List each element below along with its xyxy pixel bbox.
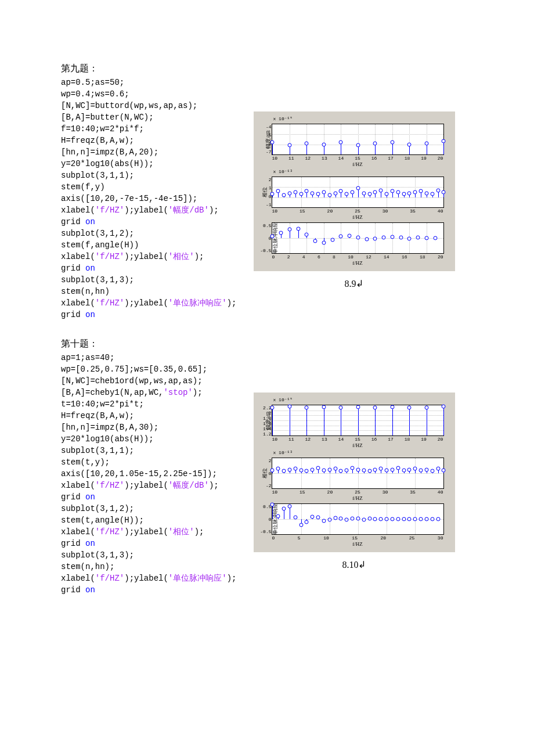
x-ticks: 02468101214161820	[272, 254, 443, 260]
code-line: subplot(3,1,1);	[61, 445, 236, 456]
code-line: grid on	[61, 262, 236, 274]
y-ticks: 2.221.81.61.41.2	[262, 405, 271, 435]
code-line: subplot(3,1,1);	[61, 170, 236, 181]
y-ticks: 0.50-0.5	[262, 504, 271, 534]
code-line: stem(f,y)	[61, 181, 236, 193]
x-ticks: 1011121314151617181920	[272, 156, 443, 161]
problem-10-figure: x 10⁻¹⁵幅度/dB2.221.81.61.41.2101112131415…	[254, 393, 454, 570]
code-line: grid on	[61, 491, 236, 503]
code-line: subplot(3,1,3);	[61, 274, 236, 286]
code-line: xlabel('f/HZ');ylabel('幅度/dB');	[61, 480, 236, 491]
code-line: grid on	[61, 309, 236, 321]
code-line: grid on	[61, 216, 236, 228]
x-axis-label: f/HZ	[272, 161, 443, 167]
problem-9-code: ap=0.5;as=50;wp=0.4;ws=0.6;[N,WC]=buttor…	[61, 77, 236, 321]
axis-exponent: x 10⁻¹⁵	[273, 397, 452, 402]
chart-axes: 单位脉冲响应0.50-0.5	[272, 222, 444, 254]
x-axis-label: f/HZ	[272, 214, 443, 220]
code-line: stem(t,angle(H));	[61, 514, 236, 526]
y-ticks: 0.50-0.5	[262, 223, 271, 253]
x-axis-label: f/HZ	[272, 442, 443, 448]
problem-10-code: ap=1;as=40;wp=[0.25,0.75];ws=[0.35,0.65]…	[61, 352, 236, 596]
code-line: ap=1;as=40;	[61, 352, 236, 363]
code-line: subplot(3,1,2);	[61, 228, 236, 239]
chart-axes: 幅度/dB2.221.81.61.41.2	[272, 405, 444, 436]
x-axis-label: f/HZ	[272, 495, 443, 501]
code-line: axis([10,20,1.05e-15,2.25e-15]);	[61, 468, 236, 480]
figure-caption-89: 8.9↲	[254, 278, 454, 289]
code-line: subplot(3,1,2);	[61, 503, 236, 514]
code-line: xlabel('f/HZ');ylabel('相位');	[61, 251, 236, 262]
code-line: H=freqz(B,A,w);	[61, 135, 236, 146]
problem-10-section: 第十题： ap=1;as=40;wp=[0.25,0.75];ws=[0.35,…	[61, 338, 476, 596]
code-line: stem(f,angle(H))	[61, 239, 236, 251]
y-ticks: 210-1	[262, 177, 271, 207]
code-line: stem(n,hn);	[61, 561, 236, 573]
code-line: [hn,n]=impz(B,A,20);	[61, 146, 236, 158]
figure-panel-89: x 10⁻¹⁵幅度/dB-4-5-6-710111213141516171819…	[254, 111, 455, 271]
figure-panel-810: x 10⁻¹⁵幅度/dB2.221.81.61.41.2101112131415…	[254, 393, 455, 552]
code-line: [B,A]=cheby1(N,ap,WC,'stop');	[61, 387, 236, 398]
figure-caption-810: 8.10↲	[254, 559, 454, 570]
chart-axes: 相位210-1	[272, 177, 444, 208]
code-line: [N,WC]=buttord(wp,ws,ap,as);	[61, 100, 236, 111]
code-line: axis([10,20,-7e-15,-4e-15]);	[61, 193, 236, 204]
code-line: stem(t,y);	[61, 456, 236, 468]
problem-9-heading: 第九题：	[61, 63, 476, 75]
code-line: stem(n,hn)	[61, 286, 236, 297]
code-line: subplot(3,1,3);	[61, 549, 236, 561]
y-ticks: -4-5-6-7	[262, 124, 271, 154]
code-line: H=freqz(B,A,w);	[61, 410, 236, 422]
axis-exponent: x 10⁻¹⁵	[273, 116, 452, 121]
code-line: grid on	[61, 584, 236, 596]
code-line: xlabel('f/HZ');ylabel('单位脉冲响应');	[61, 573, 236, 584]
y-ticks: 20-2	[262, 458, 271, 488]
code-line: ap=0.5;as=50;	[61, 77, 236, 88]
code-line: y=20*log10(abs(H));	[61, 433, 236, 445]
code-line: [N,WC]=cheb1ord(wp,ws,ap,as);	[61, 375, 236, 387]
code-line: wp=[0.25,0.75];ws=[0.35,0.65];	[61, 363, 236, 375]
problem-9-section: 第九题： ap=0.5;as=50;wp=0.4;ws=0.6;[N,WC]=b…	[61, 63, 476, 321]
problem-9-figure: x 10⁻¹⁵幅度/dB-4-5-6-710111213141516171819…	[254, 111, 454, 289]
code-line: y=20*log10(abs(H));	[61, 158, 236, 170]
code-line: xlabel('f/HZ');ylabel('幅度/dB');	[61, 204, 236, 216]
code-line: f=10:40;w=2*pi*f;	[61, 123, 236, 135]
x-ticks: 10152025303540	[272, 208, 443, 214]
code-line: grid on	[61, 538, 236, 549]
code-line: [hn,n]=impz(B,A,30);	[61, 422, 236, 433]
axis-exponent: x 10⁻¹³	[273, 450, 452, 455]
code-line: wp=0.4;ws=0.6;	[61, 88, 236, 100]
axis-exponent: x 10⁻¹³	[273, 169, 452, 174]
x-ticks: 1011121314151617181920	[272, 437, 443, 442]
code-line: xlabel('f/HZ');ylabel('单位脉冲响应');	[61, 297, 236, 309]
code-line: t=10:40;w=2*pi*t;	[61, 398, 236, 410]
code-line: xlabel('f/HZ');ylabel('相位');	[61, 526, 236, 538]
x-ticks: 051015202530	[272, 535, 443, 541]
x-axis-label: f/HZ	[272, 541, 443, 547]
chart-axes: 单位脉冲响应0.50-0.5	[272, 503, 444, 535]
problem-10-heading: 第十题：	[61, 338, 476, 350]
x-ticks: 10152025303540	[272, 489, 443, 495]
chart-axes: 相位20-2	[272, 458, 444, 489]
chart-axes: 幅度/dB-4-5-6-7	[272, 124, 444, 155]
document-page: 第九题： ap=0.5;as=50;wp=0.4;ws=0.6;[N,WC]=b…	[0, 0, 534, 654]
code-line: [B,A]=butter(N,WC);	[61, 111, 236, 123]
x-axis-label: f/HZ	[272, 260, 443, 266]
